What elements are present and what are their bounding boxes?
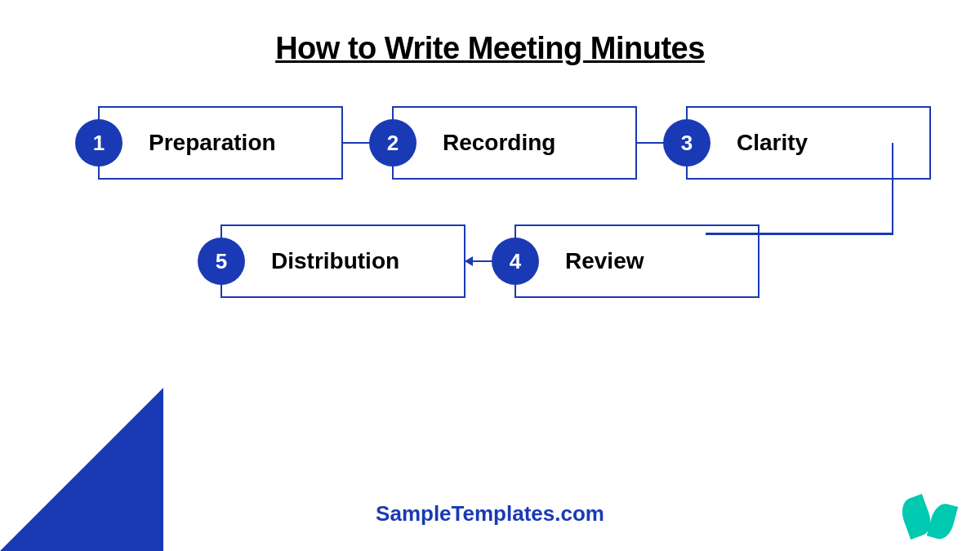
leaf2 [927, 501, 958, 542]
step-circle-2: 2 [369, 119, 416, 167]
step-circle-1: 1 [75, 119, 122, 167]
step-label-1: Preparation [149, 130, 276, 156]
step-box-1: 1 Preparation [98, 106, 343, 180]
step-label-4: Review [565, 248, 644, 274]
leaf-decoration [903, 497, 956, 536]
step-circle-5: 5 [198, 238, 245, 285]
flow-diagram: 1 Preparation 2 Recording 3 Clarity [0, 106, 980, 298]
step-box-3: 3 Clarity [686, 106, 931, 180]
step-box-5: 5 Distribution [220, 224, 466, 298]
step-circle-3: 3 [663, 119, 710, 167]
row2-wrapper: 5 Distribution 4 Review [0, 224, 980, 298]
step-circle-4: 4 [492, 238, 539, 285]
step-label-2: Recording [443, 130, 555, 156]
triangle-decoration [0, 388, 163, 551]
row1: 1 Preparation 2 Recording 3 Clarity [24, 106, 980, 180]
vertical-connector [892, 143, 894, 233]
footer-text: SampleTemplates.com [376, 501, 604, 527]
step-label-5: Distribution [271, 248, 399, 274]
step-box-2: 2 Recording [392, 106, 637, 180]
step-label-3: Clarity [737, 130, 808, 156]
step-box-4: 4 Review [514, 224, 760, 298]
page-title: How to Write Meeting Minutes [0, 0, 980, 66]
row2: 5 Distribution 4 Review [220, 224, 760, 298]
